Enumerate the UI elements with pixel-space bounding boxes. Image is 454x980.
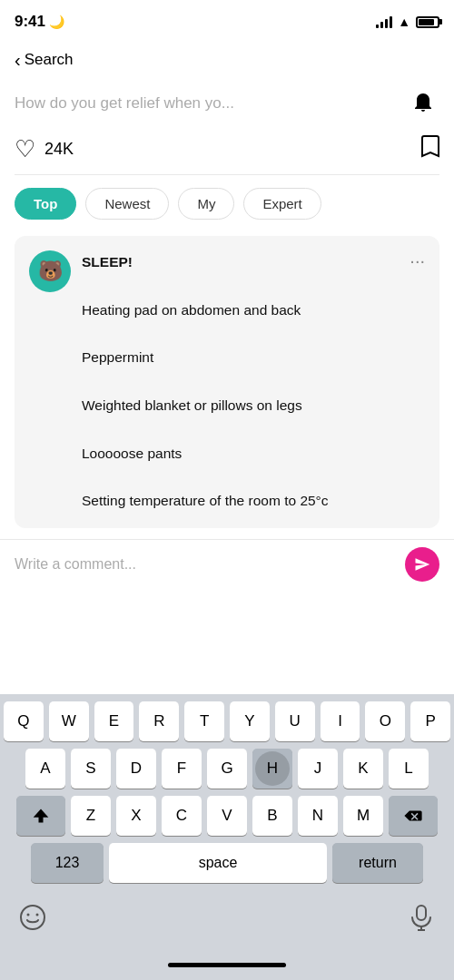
bell-button[interactable] xyxy=(407,87,439,120)
comment-card: 🐻 SLEEP! Heating pad on abdomen and back… xyxy=(15,236,439,528)
more-button[interactable]: ··· xyxy=(406,250,425,514)
num-key[interactable]: 123 xyxy=(31,843,104,883)
key-q[interactable]: Q xyxy=(4,701,44,741)
tab-my[interactable]: My xyxy=(178,188,234,220)
keyboard-rows: Q W E R T Y U I O P A S D F G H J K L xyxy=(0,694,454,894)
battery-icon xyxy=(416,16,439,28)
home-indicator-row xyxy=(0,963,454,980)
key-b[interactable]: B xyxy=(252,796,292,836)
comment-input-row xyxy=(0,539,454,589)
key-z[interactable]: Z xyxy=(71,796,111,836)
key-x[interactable]: X xyxy=(116,796,156,836)
keyboard-row-3: Z X C V B N M xyxy=(4,796,450,836)
status-time: 9:41 xyxy=(15,13,45,31)
key-n[interactable]: N xyxy=(298,796,338,836)
key-e[interactable]: E xyxy=(94,701,134,741)
heart-icon[interactable]: ♡ xyxy=(15,137,35,161)
key-f[interactable]: F xyxy=(162,749,202,789)
avatar: 🐻 xyxy=(29,250,71,292)
moon-icon: 🌙 xyxy=(49,15,64,29)
svg-point-0 xyxy=(21,906,44,929)
space-key[interactable]: space xyxy=(109,843,327,883)
key-k[interactable]: K xyxy=(343,749,383,789)
key-y[interactable]: Y xyxy=(230,701,270,741)
status-icons: ▲ xyxy=(376,15,439,29)
emoji-key[interactable] xyxy=(15,899,51,936)
avatar-emoji: 🐻 xyxy=(38,260,63,283)
key-h[interactable]: H xyxy=(252,749,292,789)
likes-count: 24K xyxy=(44,140,74,159)
shift-key[interactable] xyxy=(16,796,65,836)
back-label: Search xyxy=(25,51,74,69)
delete-key[interactable] xyxy=(389,796,438,836)
comment-text: SLEEP! Heating pad on abdomen and back P… xyxy=(82,250,395,514)
svg-rect-3 xyxy=(417,906,426,920)
header: How do you get relief when yo... xyxy=(0,80,454,127)
svg-point-2 xyxy=(36,914,39,916)
comment-input[interactable] xyxy=(15,556,396,573)
key-w[interactable]: W xyxy=(49,701,89,741)
key-p[interactable]: P xyxy=(410,701,450,741)
key-j[interactable]: J xyxy=(298,749,338,789)
nav-bar: ‹ Search xyxy=(0,40,454,80)
svg-point-1 xyxy=(27,914,30,916)
back-button[interactable]: ‹ Search xyxy=(15,51,74,69)
key-v[interactable]: V xyxy=(207,796,247,836)
keyboard-row-1: Q W E R T Y U I O P xyxy=(4,701,450,741)
key-a[interactable]: A xyxy=(25,749,65,789)
send-button[interactable] xyxy=(405,547,439,582)
filter-tabs: Top Newest My Expert xyxy=(0,175,454,232)
key-c[interactable]: C xyxy=(162,796,202,836)
status-bar: 9:41 🌙 ▲ xyxy=(0,0,454,40)
signal-icon xyxy=(376,15,392,28)
key-i[interactable]: I xyxy=(321,701,360,741)
mic-key[interactable] xyxy=(403,899,439,936)
wifi-icon: ▲ xyxy=(398,15,410,29)
likes-left: ♡ 24K xyxy=(15,137,74,161)
key-d[interactable]: D xyxy=(116,749,156,789)
keyboard-bottom xyxy=(0,894,454,963)
keyboard-row-4: 123 space return xyxy=(4,843,450,883)
key-l[interactable]: L xyxy=(389,749,429,789)
header-title: How do you get relief when yo... xyxy=(15,94,407,113)
tab-newest[interactable]: Newest xyxy=(85,188,169,220)
key-o[interactable]: O xyxy=(365,701,405,741)
bookmark-icon[interactable] xyxy=(419,134,439,163)
comment-content: SLEEP! Heating pad on abdomen and back P… xyxy=(82,250,395,514)
key-g[interactable]: G xyxy=(207,749,247,789)
key-s[interactable]: S xyxy=(71,749,111,789)
home-indicator xyxy=(168,963,286,967)
likes-row: ♡ 24K xyxy=(0,127,454,174)
key-t[interactable]: T xyxy=(184,701,224,741)
tab-expert[interactable]: Expert xyxy=(243,188,321,220)
key-m[interactable]: M xyxy=(343,796,383,836)
return-key[interactable]: return xyxy=(332,843,423,883)
key-r[interactable]: R xyxy=(139,701,179,741)
keyboard-row-2: A S D F G H J K L xyxy=(4,749,450,789)
tab-top[interactable]: Top xyxy=(15,188,76,220)
key-u[interactable]: U xyxy=(275,701,315,741)
keyboard: Q W E R T Y U I O P A S D F G H J K L xyxy=(0,694,454,980)
back-arrow-icon: ‹ xyxy=(15,51,21,69)
